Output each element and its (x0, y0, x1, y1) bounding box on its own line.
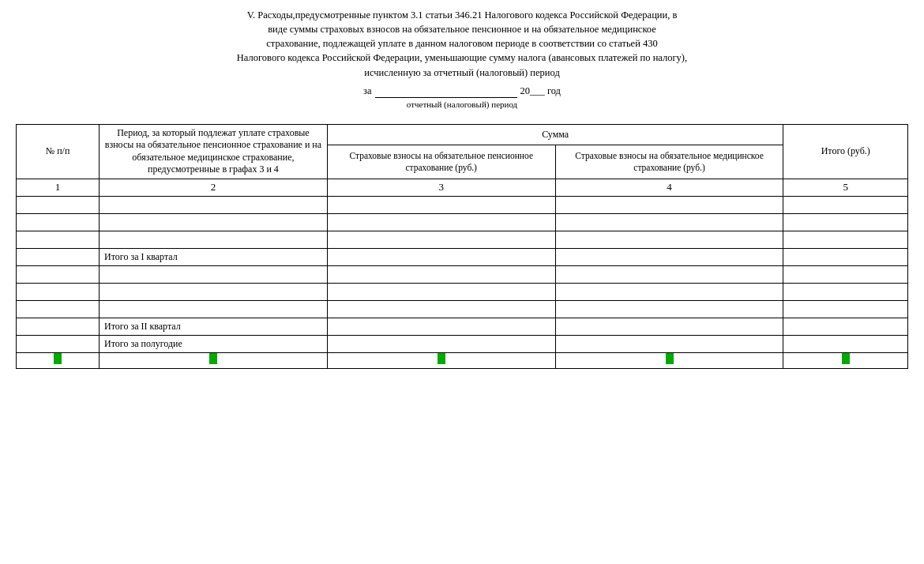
table-row (17, 300, 908, 318)
subtotal-q1-row: Итого за I квартал (17, 248, 908, 265)
period-prefix: за (363, 84, 372, 98)
table-row (17, 265, 908, 283)
header-line2: виде суммы страховых взносов на обязател… (39, 22, 885, 36)
col-header-amount: Сумма (327, 124, 783, 145)
col-header-num: № п/п (17, 124, 100, 179)
subtotal-half-label: Итого за полугодие (100, 335, 328, 352)
period-sublabel: отчетный (налоговый) период (39, 99, 885, 111)
header-text: V. Расходы,предусмотренные пунктом 3.1 с… (16, 8, 908, 111)
subtotal-half-row: Итого за полугодие (17, 335, 908, 352)
col-num-4: 4 (555, 179, 783, 197)
table-row (17, 231, 908, 248)
header-row-1: № п/п Период, за который подлежат уплате… (17, 124, 908, 145)
green-cursor-1[interactable] (54, 353, 62, 364)
green-cursor-3[interactable] (438, 353, 445, 364)
table-row (17, 213, 908, 231)
table-row (17, 196, 908, 213)
subtotal-q2-row: Итого за II квартал (17, 318, 908, 335)
green-cursor-row (17, 352, 908, 368)
col-header-total: Итого (руб.) (783, 124, 908, 179)
header-line5: исчисленную за отчетный (налоговый) пери… (39, 66, 885, 80)
col-header-pension: Страховые взносы на обязательное пенсион… (327, 145, 555, 179)
col-header-period: Период, за который подлежат уплате страх… (100, 124, 328, 179)
green-cursor-5[interactable] (842, 353, 850, 364)
green-cursor-4[interactable] (666, 353, 674, 364)
column-numbers-row: 1 2 3 4 5 (17, 179, 908, 197)
col-num-2: 2 (100, 179, 328, 197)
col-num-5: 5 (783, 179, 908, 197)
period-line: за 20___ год (39, 83, 885, 98)
header-line1: V. Расходы,предусмотренные пунктом 3.1 с… (39, 8, 885, 22)
col-num-1: 1 (17, 179, 100, 197)
subtotal-q1-label: Итого за I квартал (100, 248, 328, 265)
header-line4: Налогового кодекса Российской Федерации,… (39, 51, 885, 65)
page: V. Расходы,предусмотренные пунктом 3.1 с… (0, 0, 924, 564)
period-field (375, 83, 517, 98)
year-label: 20___ год (520, 84, 561, 98)
green-cursor-2[interactable] (209, 353, 217, 364)
subtotal-q2-label: Итого за II квартал (100, 318, 328, 335)
table-row (17, 283, 908, 300)
main-table: № п/п Период, за который подлежат уплате… (16, 124, 908, 369)
col-header-medical: Страховые взносы на обязательное медицин… (555, 145, 783, 179)
col-num-3: 3 (327, 179, 555, 197)
header-line3: страхование, подлежащей уплате в данном … (39, 36, 885, 51)
